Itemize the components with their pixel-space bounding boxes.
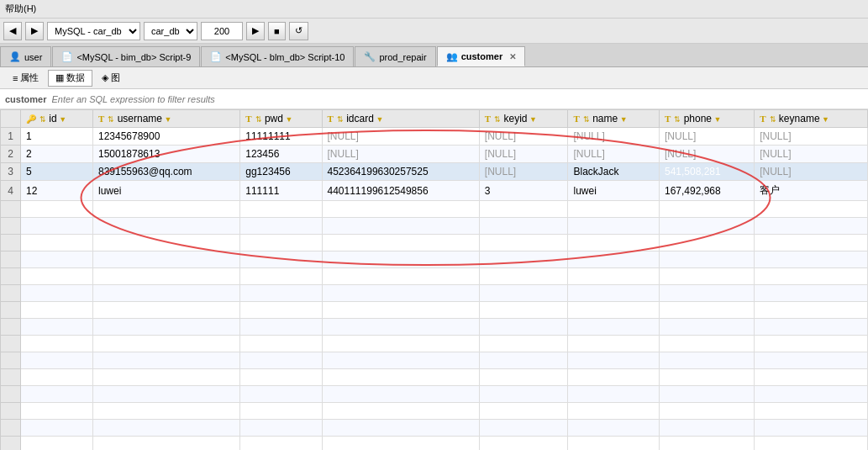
db-select[interactable]: MySQL - car_db [47, 22, 140, 40]
cell-keyid[interactable]: [NULL] [479, 146, 568, 163]
cell-empty [92, 251, 239, 268]
table-row-empty [1, 268, 868, 285]
filter-input[interactable] [52, 94, 863, 104]
table-row-empty [1, 336, 868, 352]
cell-username[interactable]: luwei [92, 181, 239, 201]
cell-username[interactable]: 15001878613 [92, 146, 239, 163]
cell-empty [659, 218, 754, 235]
row-number-empty [1, 352, 21, 369]
table-row[interactable]: 111234567890011111111[NULL][NULL][NULL][… [1, 128, 868, 146]
username-filter-icon: ▼ [162, 115, 171, 124]
username-col-type-icon: T [98, 114, 104, 124]
cell-empty [92, 420, 239, 437]
keyid-filter-icon: ▼ [528, 115, 537, 124]
col-header-pwd[interactable]: T⇅ pwd ▼ [240, 110, 322, 128]
cell-empty [659, 420, 754, 437]
cell-id[interactable]: 12 [21, 181, 93, 201]
row-number: 1 [1, 128, 21, 146]
cell-empty [568, 201, 660, 218]
cell-empty [568, 268, 660, 285]
cell-empty [92, 437, 239, 451]
tab-mysql---blm_db-script-10[interactable]: 📄<MySQL - blm_db> Script-10 [201, 46, 354, 66]
toolbar-refresh-btn[interactable]: ↺ [289, 22, 308, 40]
cell-phone[interactable]: 541,508,281 [659, 163, 754, 181]
col-header-name[interactable]: T⇅ name ▼ [568, 110, 660, 128]
pwd-col-label: pwd [262, 113, 283, 124]
idcard-col-label: idcard [344, 113, 374, 124]
table-row-empty [1, 352, 868, 369]
cell-pwd[interactable]: gg123456 [240, 163, 322, 181]
cell-name[interactable]: [NULL] [568, 128, 660, 146]
sub-tab-图[interactable]: ◈ 图 [94, 70, 128, 87]
tab-mysql---bim_db-script-9[interactable]: 📄<MySQL - bim_db> Script-9 [52, 46, 200, 66]
cell-name[interactable]: luwei [568, 181, 660, 201]
cell-id[interactable]: 1 [21, 128, 93, 146]
col-header-id[interactable]: 🔑⇅ id ▼ [21, 110, 93, 128]
table-row[interactable]: 35839155963@qq.comgg12345645236419963025… [1, 163, 868, 181]
tab-close-btn[interactable]: ✕ [509, 52, 516, 61]
cell-empty [755, 319, 868, 336]
cell-phone[interactable]: 167,492,968 [659, 181, 754, 201]
sub-tab-属性[interactable]: ≡ 属性 [5, 70, 46, 87]
toolbar-run-btn[interactable]: ▶ [246, 22, 265, 40]
col-header-idcard[interactable]: T⇅ idcard ▼ [322, 110, 479, 128]
col-header-keyname[interactable]: T⇅ keyname ▼ [755, 110, 868, 128]
cell-empty [755, 369, 868, 386]
cell-keyid[interactable]: [NULL] [479, 128, 568, 146]
sub-tab-数据[interactable]: ▦ 数据 [48, 70, 92, 87]
cell-id[interactable]: 2 [21, 146, 93, 163]
filter-table-name: customer [5, 94, 47, 104]
cell-name[interactable]: [NULL] [568, 146, 660, 163]
cell-keyname[interactable]: 客户 [755, 181, 868, 201]
cell-id[interactable]: 5 [21, 163, 93, 181]
cell-phone[interactable]: [NULL] [659, 146, 754, 163]
cell-empty [322, 201, 479, 218]
toolbar-forward-btn[interactable]: ▶ [25, 22, 44, 40]
cell-keyname[interactable]: [NULL] [755, 146, 868, 163]
id-col-label: id [46, 113, 57, 124]
col-header-username[interactable]: T⇅ username ▼ [92, 110, 239, 128]
cell-phone[interactable]: [NULL] [659, 128, 754, 146]
cell-empty [21, 336, 93, 352]
cell-idcard[interactable]: [NULL] [322, 146, 479, 163]
cell-pwd[interactable]: 11111111 [240, 128, 322, 146]
cell-empty [21, 235, 93, 251]
toolbar-stop-btn[interactable]: ■ [268, 22, 286, 40]
table-row[interactable]: 2215001878613123456[NULL][NULL][NULL][NU… [1, 146, 868, 163]
cell-idcard[interactable]: [NULL] [322, 128, 479, 146]
cell-empty [322, 218, 479, 235]
cell-pwd[interactable]: 111111 [240, 181, 322, 201]
tab-customer[interactable]: 👥customer✕ [437, 46, 526, 66]
cell-pwd[interactable]: 123456 [240, 146, 322, 163]
cell-username[interactable]: 839155963@qq.com [92, 163, 239, 181]
tab-prod_repair[interactable]: 🔧prod_repair [355, 46, 435, 66]
cell-keyname[interactable]: [NULL] [755, 163, 868, 181]
tab-label: customer [461, 51, 503, 61]
cell-empty [479, 336, 568, 352]
cell-idcard[interactable]: 440111199612549856 [322, 181, 479, 201]
tab-label: <MySQL - bim_db> Script-9 [76, 52, 191, 62]
cell-empty [92, 302, 239, 319]
table-row[interactable]: 412luwei1111114401111996125498563luwei16… [1, 181, 868, 201]
limit-input[interactable] [201, 22, 243, 40]
cell-empty [479, 369, 568, 386]
username-col-label: username [114, 113, 162, 124]
cell-username[interactable]: 12345678900 [92, 128, 239, 146]
toolbar-back-btn[interactable]: ◀ [3, 22, 22, 40]
id-sort-icon: ⇅ [39, 115, 46, 124]
tab-user[interactable]: 👤user [0, 46, 51, 66]
col-header-keyid[interactable]: T⇅ keyid ▼ [479, 110, 568, 128]
cell-empty [240, 268, 322, 285]
cell-idcard[interactable]: 452364199630257525 [322, 163, 479, 181]
cell-keyid[interactable]: [NULL] [479, 163, 568, 181]
cell-empty [322, 437, 479, 451]
cell-keyid[interactable]: 3 [479, 181, 568, 201]
sub-tab-icon: ▦ [55, 72, 64, 83]
cell-keyname[interactable]: [NULL] [755, 128, 868, 146]
id-col-type-icon: 🔑 [26, 114, 36, 124]
cell-empty [568, 235, 660, 251]
cell-empty [240, 201, 322, 218]
cell-name[interactable]: BlackJack [568, 163, 660, 181]
col-header-phone[interactable]: T⇅ phone ▼ [659, 110, 754, 128]
schema-select[interactable]: car_db [144, 22, 197, 40]
